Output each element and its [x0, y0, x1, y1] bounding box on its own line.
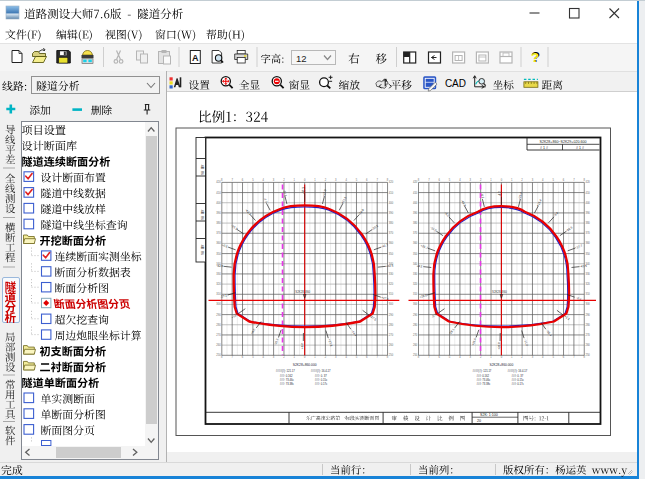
- svg-text:7: 7: [376, 178, 378, 182]
- svg-text:410: 410: [413, 191, 418, 195]
- svg-text:4: 4: [263, 178, 265, 182]
- svg-text:420: 420: [216, 180, 221, 184]
- svg-text:6: 6: [438, 178, 440, 182]
- svg-text:2: 2: [283, 178, 285, 182]
- svg-text:300: 300: [389, 302, 394, 306]
- svg-text:400: 400: [585, 201, 590, 205]
- svg-text:# 1 #: # 1 #: [576, 146, 584, 150]
- svg-text:+27.5: +27.5: [369, 314, 378, 322]
- svg-text:1: 1: [294, 178, 296, 182]
- svg-text:4B: 4B: [200, 210, 204, 215]
- svg-text:12: 12: [296, 53, 307, 64]
- svg-text:410: 410: [216, 191, 221, 195]
- svg-text:-32.0: -32.0: [565, 225, 573, 232]
- svg-text:+8.0: +8.0: [300, 343, 304, 349]
- svg-text:5: 5: [252, 178, 254, 182]
- svg-text:420: 420: [585, 180, 590, 184]
- svg-text:250: 250: [389, 353, 394, 357]
- svg-text:8#: 8#: [200, 171, 204, 175]
- svg-text:-4.2: -4.2: [498, 191, 502, 197]
- svg-text:380: 380: [413, 221, 418, 225]
- svg-text:370: 370: [413, 231, 418, 235]
- svg-text:4: 4: [345, 178, 347, 182]
- svg-text:3: 3: [470, 355, 472, 359]
- svg-text:8#: 8#: [200, 216, 204, 220]
- svg-text:0: 0: [304, 178, 306, 182]
- svg-text:300: 300: [585, 302, 590, 306]
- svg-text:+31.7: +31.7: [420, 244, 429, 250]
- svg-text:7: 7: [428, 178, 430, 182]
- svg-text:400: 400: [216, 201, 221, 205]
- svg-text:-20.2: -20.2: [371, 224, 379, 231]
- svg-text:-25.2: -25.2: [273, 338, 279, 346]
- svg-text:3: 3: [532, 355, 534, 359]
- svg-text:280: 280: [216, 323, 221, 327]
- svg-text:+12.5: +12.5: [386, 264, 394, 269]
- svg-text:280: 280: [413, 323, 418, 327]
- svg-text:260: 260: [389, 343, 394, 347]
- svg-text:0: 0: [304, 355, 306, 359]
- svg-text:####(#): 16.4-17: ####(#): 16.4-17: [311, 369, 331, 373]
- svg-text:7: 7: [231, 178, 233, 182]
- svg-text:-11.2: -11.2: [523, 339, 529, 347]
- svg-text:390: 390: [216, 211, 221, 215]
- svg-text:4B: 4B: [200, 245, 204, 250]
- svg-text:4: 4: [542, 178, 544, 182]
- svg-text:# 1 #: # 1 #: [540, 146, 548, 150]
- svg-text:360: 360: [413, 241, 418, 245]
- svg-text:330: 330: [216, 272, 221, 276]
- svg-text:-11.5: -11.5: [430, 226, 438, 233]
- svg-text:320: 320: [216, 282, 221, 286]
- svg-text:6: 6: [563, 355, 565, 359]
- svg-text:370: 370: [389, 231, 394, 235]
- svg-text:320: 320: [413, 282, 418, 286]
- svg-text:6: 6: [242, 178, 244, 182]
- svg-text:250: 250: [585, 353, 590, 357]
- svg-text:6: 6: [242, 355, 244, 359]
- svg-text:+35.3: +35.3: [302, 187, 306, 195]
- svg-text:320: 320: [585, 282, 590, 286]
- svg-text:8: 8: [221, 178, 223, 182]
- svg-text:350: 350: [389, 252, 394, 256]
- svg-text:5: 5: [552, 178, 554, 182]
- svg-text:410: 410: [389, 191, 394, 195]
- svg-text:1: 1: [511, 355, 513, 359]
- svg-text:4: 4: [542, 355, 544, 359]
- svg-text:###: 73.46c: ###: 73.46c: [280, 378, 295, 382]
- svg-text:360: 360: [585, 241, 590, 245]
- svg-text:390: 390: [413, 211, 418, 215]
- svg-text:7: 7: [573, 178, 575, 182]
- svg-text:1: 1: [314, 355, 316, 359]
- svg-text:330: 330: [585, 272, 590, 276]
- svg-text:260: 260: [585, 343, 590, 347]
- svg-text:310: 310: [413, 292, 418, 296]
- svg-text:5: 5: [252, 355, 254, 359]
- svg-text:+21.3: +21.3: [340, 196, 347, 205]
- svg-text:420: 420: [389, 180, 394, 184]
- svg-text:20: 20: [477, 419, 481, 423]
- svg-text:420: 420: [413, 180, 418, 184]
- svg-text:360: 360: [389, 241, 394, 245]
- svg-text:5: 5: [356, 355, 358, 359]
- svg-text:1: 1: [294, 355, 296, 359]
- svg-text:2: 2: [325, 355, 327, 359]
- svg-text:6: 6: [563, 178, 565, 182]
- svg-text:270: 270: [216, 333, 221, 337]
- svg-text:5: 5: [356, 178, 358, 182]
- svg-text:S2K28+860.000: S2K28+860.000: [293, 363, 317, 367]
- svg-text:-24.9: -24.9: [357, 208, 365, 216]
- svg-text:2: 2: [521, 178, 523, 182]
- svg-text:380: 380: [389, 221, 394, 225]
- svg-text:3: 3: [335, 355, 337, 359]
- svg-text:2: 2: [283, 355, 285, 359]
- svg-text:+1.1: +1.1: [564, 314, 571, 321]
- svg-text:###: 0.15c: ###: 0.15c: [511, 378, 524, 382]
- svg-text:3: 3: [273, 178, 275, 182]
- svg-text:350: 350: [585, 252, 590, 256]
- svg-text:###: 0.15c: ###: 0.15c: [315, 378, 328, 382]
- svg-text:S2K28+860: S2K28+860: [295, 290, 310, 294]
- svg-text:5: 5: [449, 178, 451, 182]
- svg-text:380: 380: [216, 221, 221, 225]
- svg-text:330: 330: [413, 272, 418, 276]
- svg-text:8#: 8#: [200, 251, 204, 255]
